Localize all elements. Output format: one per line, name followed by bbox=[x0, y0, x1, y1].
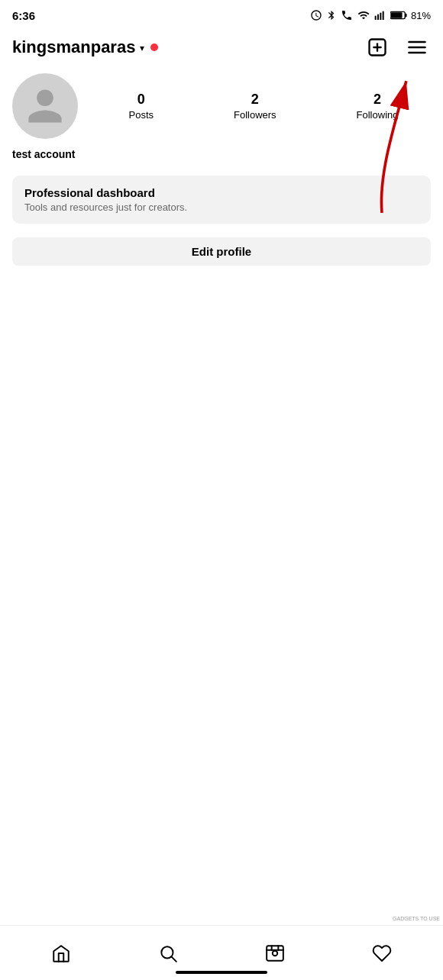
online-status-dot bbox=[150, 44, 158, 51]
posts-label: Posts bbox=[128, 109, 154, 121]
nav-reels[interactable] bbox=[252, 935, 298, 972]
professional-dashboard-card[interactable]: Professional dashboard Tools and resourc… bbox=[12, 176, 431, 224]
dashboard-subtitle: Tools and resources just for creators. bbox=[24, 201, 419, 213]
status-icons: 81% bbox=[310, 9, 431, 21]
header-left: kingsmanparas ▾ bbox=[12, 37, 158, 57]
watermark-text: GADGETS TO USE bbox=[393, 916, 440, 921]
hamburger-menu-button[interactable] bbox=[403, 34, 431, 61]
stats-row: 0 Posts 2 Followers 2 Following bbox=[96, 92, 431, 121]
battery-icon bbox=[390, 9, 407, 21]
svg-point-17 bbox=[273, 950, 278, 956]
home-indicator bbox=[176, 971, 267, 974]
avatar[interactable] bbox=[12, 73, 78, 139]
posts-stat[interactable]: 0 Posts bbox=[128, 92, 154, 121]
app-header: kingsmanparas ▾ bbox=[0, 27, 443, 67]
username-label: kingsmanparas bbox=[12, 37, 135, 57]
call-icon bbox=[341, 9, 353, 21]
status-bar: 6:36 81% bbox=[0, 0, 443, 27]
status-time: 6:36 bbox=[12, 9, 35, 22]
svg-rect-5 bbox=[405, 14, 406, 18]
following-count: 2 bbox=[373, 92, 381, 108]
dashboard-title: Professional dashboard bbox=[24, 186, 419, 199]
dropdown-arrow-icon[interactable]: ▾ bbox=[140, 43, 144, 53]
signal-icon bbox=[374, 9, 386, 21]
display-name: test account bbox=[12, 148, 431, 160]
svg-rect-1 bbox=[377, 15, 379, 20]
header-right bbox=[364, 34, 431, 61]
battery-percentage: 81% bbox=[411, 10, 431, 21]
svg-line-15 bbox=[172, 956, 176, 961]
reels-icon bbox=[265, 943, 285, 963]
watermark: GADGETS TO USE bbox=[393, 915, 440, 922]
alarm-icon bbox=[310, 9, 322, 21]
followers-label: Followers bbox=[234, 109, 276, 121]
svg-rect-3 bbox=[383, 11, 384, 20]
add-content-button[interactable] bbox=[364, 34, 391, 61]
profile-section: 0 Posts 2 Followers 2 Following test acc… bbox=[0, 67, 443, 169]
profile-info-row: 0 Posts 2 Followers 2 Following bbox=[12, 73, 431, 139]
svg-rect-0 bbox=[375, 16, 377, 20]
home-icon bbox=[51, 943, 71, 963]
followers-stat[interactable]: 2 Followers bbox=[234, 92, 276, 121]
svg-rect-2 bbox=[380, 13, 381, 20]
posts-count: 0 bbox=[137, 92, 145, 108]
nav-likes[interactable] bbox=[359, 935, 405, 972]
nav-search[interactable] bbox=[145, 935, 191, 972]
plus-square-icon bbox=[367, 37, 388, 58]
wifi-icon bbox=[357, 9, 370, 21]
search-icon bbox=[158, 943, 178, 963]
heart-icon bbox=[372, 943, 392, 963]
following-label: Following bbox=[357, 109, 399, 121]
hamburger-menu-icon bbox=[406, 37, 428, 58]
following-stat[interactable]: 2 Following bbox=[357, 92, 399, 121]
followers-count: 2 bbox=[251, 92, 259, 108]
svg-rect-6 bbox=[391, 12, 403, 18]
edit-profile-button[interactable]: Edit profile bbox=[12, 237, 431, 266]
bluetooth-icon bbox=[326, 9, 337, 21]
svg-rect-16 bbox=[267, 946, 283, 961]
nav-home[interactable] bbox=[38, 935, 84, 972]
avatar-placeholder-icon bbox=[24, 85, 66, 127]
